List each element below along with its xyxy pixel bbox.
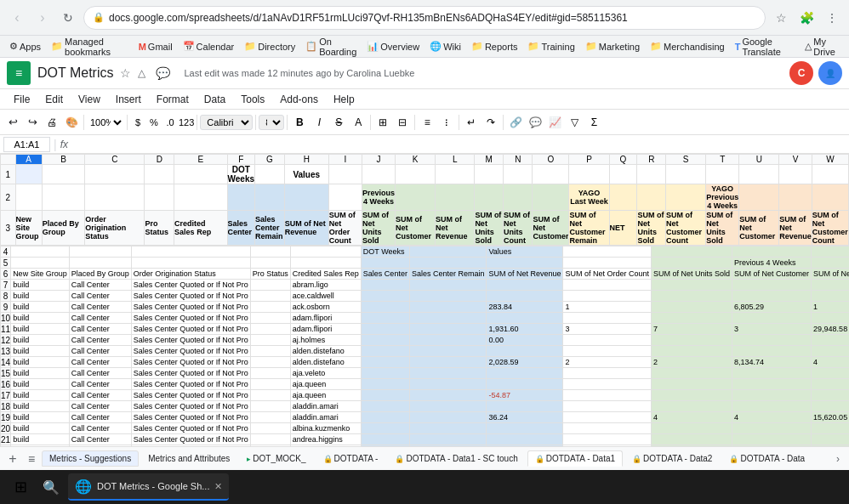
data-cell[interactable] bbox=[652, 302, 732, 313]
data-cell[interactable] bbox=[732, 346, 812, 357]
data-cell[interactable]: SUM of Net Revenue bbox=[487, 269, 563, 280]
data-cell[interactable]: 36.24 bbox=[487, 412, 563, 423]
data-cell[interactable] bbox=[361, 346, 409, 357]
data-cell[interactable]: build bbox=[11, 313, 70, 324]
data-cell[interactable] bbox=[652, 390, 732, 401]
data-cell[interactable] bbox=[409, 313, 487, 324]
data-cell[interactable]: Sales Center Quoted or If Not Pro bbox=[131, 357, 250, 368]
data-cell[interactable] bbox=[250, 401, 290, 412]
col-header-w[interactable]: W bbox=[812, 155, 848, 165]
data-cell[interactable] bbox=[652, 445, 732, 447]
data-cell[interactable]: SUM of Net Customer bbox=[396, 211, 436, 246]
data-cell[interactable] bbox=[812, 445, 849, 447]
data-cell[interactable] bbox=[361, 324, 409, 335]
data-cell[interactable]: 0.00 bbox=[487, 335, 563, 346]
font-size-select[interactable]: 8 bbox=[259, 115, 284, 130]
data-cell[interactable] bbox=[812, 280, 849, 291]
data-cell[interactable]: Sales Center bbox=[227, 211, 255, 246]
data-cell[interactable] bbox=[290, 246, 361, 258]
data-cell[interactable] bbox=[812, 184, 848, 211]
col-header-f[interactable]: F bbox=[227, 155, 255, 165]
data-cell[interactable] bbox=[779, 165, 812, 184]
data-cell[interactable]: Sales Center Quoted or If Not Pro bbox=[131, 434, 250, 445]
data-cell[interactable]: Call Center bbox=[69, 379, 131, 390]
data-cell[interactable]: build bbox=[11, 390, 70, 401]
data-cell[interactable] bbox=[732, 291, 812, 302]
comment-button[interactable]: 💬 bbox=[526, 113, 544, 132]
row-header[interactable]: 21 bbox=[1, 434, 11, 445]
data-cell[interactable]: Call Center bbox=[69, 357, 131, 368]
col-header-m[interactable]: M bbox=[475, 155, 504, 165]
filter-button[interactable]: ▽ bbox=[565, 113, 584, 132]
data-cell[interactable] bbox=[487, 313, 563, 324]
data-cell[interactable]: Sales Center Quoted or If Not Pro bbox=[131, 423, 250, 434]
data-cell[interactable] bbox=[250, 434, 290, 445]
row-header[interactable]: 2 bbox=[1, 184, 16, 211]
col-header-q[interactable]: Q bbox=[609, 155, 637, 165]
data-cell[interactable] bbox=[652, 246, 732, 258]
data-cell[interactable] bbox=[504, 184, 533, 211]
data-cell[interactable]: andrea.higgins bbox=[290, 434, 361, 445]
data-cell[interactable]: Pro Status bbox=[145, 211, 174, 246]
data-cell[interactable]: 2 bbox=[652, 357, 732, 368]
sheet-tab-metrics-attributes[interactable]: Metrics and Attributes bbox=[140, 450, 237, 467]
bookmark-managed[interactable]: 📁 Managed bookmarks bbox=[47, 36, 133, 58]
chart-button[interactable]: 📈 bbox=[545, 113, 564, 132]
data-cell[interactable] bbox=[487, 258, 563, 269]
data-cell[interactable] bbox=[563, 313, 652, 324]
row-header[interactable]: 17 bbox=[1, 390, 11, 401]
sheet-tab-dot-mock[interactable]: ▸DOT_MOCK_ bbox=[239, 450, 313, 467]
sheet-tab-dotdata-data1[interactable]: 🔒DOTDATA - Data1 bbox=[527, 450, 623, 467]
sheet-tab-dotdata[interactable]: 🔒DOTDATA - bbox=[316, 450, 386, 467]
data-cell[interactable]: SUM of Net Customer bbox=[533, 211, 569, 246]
sheet-tab-dotdata-data2[interactable]: 🔒DOTDATA - Data2 bbox=[624, 450, 720, 467]
data-cell[interactable] bbox=[812, 246, 849, 258]
data-cell[interactable] bbox=[732, 445, 812, 447]
data-cell[interactable] bbox=[250, 280, 290, 291]
data-cell[interactable] bbox=[409, 434, 487, 445]
data-cell[interactable]: alexander.hill bbox=[290, 445, 361, 447]
menu-data[interactable]: Data bbox=[197, 92, 232, 107]
data-cell[interactable] bbox=[706, 165, 739, 184]
row-header[interactable]: 3 bbox=[1, 211, 16, 246]
bookmark-directory[interactable]: 📁 Directory bbox=[240, 39, 299, 54]
data-cell[interactable]: Sales Center Quoted or If Not Pro bbox=[131, 302, 250, 313]
data-cell[interactable] bbox=[487, 280, 563, 291]
data-cell[interactable] bbox=[409, 379, 487, 390]
data-cell[interactable]: SUM of Net Revenue bbox=[812, 269, 849, 280]
row-header[interactable]: 1 bbox=[1, 165, 16, 184]
data-cell[interactable] bbox=[739, 165, 779, 184]
data-cell[interactable] bbox=[609, 165, 637, 184]
data-cell[interactable]: Sales Center Quoted or If Not Pro bbox=[131, 412, 250, 423]
col-header-g[interactable]: G bbox=[255, 155, 285, 165]
data-cell[interactable] bbox=[563, 291, 652, 302]
font-color-button[interactable]: A bbox=[349, 113, 368, 132]
data-cell[interactable]: 1 bbox=[563, 302, 652, 313]
data-cell[interactable]: ace.caldwell bbox=[290, 291, 361, 302]
data-cell[interactable]: alden.distefano bbox=[290, 357, 361, 368]
data-cell[interactable]: 7 bbox=[652, 324, 732, 335]
menu-help[interactable]: Help bbox=[327, 92, 362, 107]
bookmark-mydrive[interactable]: △ My Drive bbox=[801, 36, 844, 58]
data-cell[interactable]: build bbox=[11, 324, 70, 335]
data-cell[interactable]: aladdin.amari bbox=[290, 412, 361, 423]
data-cell[interactable]: aj.holmes bbox=[290, 335, 361, 346]
data-cell[interactable] bbox=[637, 184, 666, 211]
data-cell[interactable] bbox=[396, 184, 436, 211]
col-header-v[interactable]: V bbox=[779, 155, 812, 165]
print-button[interactable]: 🖨 bbox=[43, 113, 61, 132]
data-cell[interactable] bbox=[652, 313, 732, 324]
data-cell[interactable]: Call Center bbox=[69, 434, 131, 445]
data-cell[interactable]: build bbox=[11, 357, 70, 368]
data-cell[interactable] bbox=[812, 379, 849, 390]
col-header-j[interactable]: J bbox=[362, 155, 396, 165]
undo-button[interactable]: ↩ bbox=[3, 113, 22, 132]
data-cell[interactable] bbox=[563, 390, 652, 401]
bookmark-reports[interactable]: 📁 Reports bbox=[467, 39, 522, 54]
add-sheet-button[interactable]: + bbox=[3, 450, 22, 468]
data-cell[interactable] bbox=[732, 390, 812, 401]
row-header[interactable]: 5 bbox=[1, 258, 11, 269]
data-cell[interactable] bbox=[732, 335, 812, 346]
sheet-tab-dotdata-data[interactable]: 🔒DOTDATA - Data bbox=[721, 450, 812, 467]
paint-format-button[interactable]: 🎨 bbox=[62, 113, 81, 132]
